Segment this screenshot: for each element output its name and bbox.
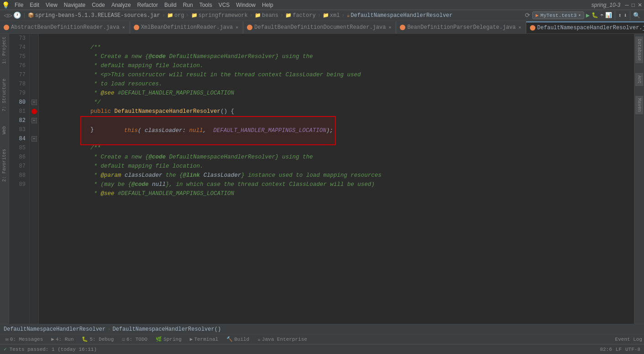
code-lines: /** * Create a new {@code DefaultNamespa…	[39, 34, 634, 324]
ln-87: 87	[11, 162, 26, 171]
fold-82-icon[interactable]: −	[31, 118, 37, 123]
run-label: 4: Run	[56, 337, 74, 342]
menu-file[interactable]: File	[12, 1, 26, 9]
menu-code[interactable]: Code	[89, 1, 108, 9]
todo-icon: ☑	[122, 336, 125, 342]
tab-label5: DefaultNamespaceHandlerResolver.java	[537, 25, 644, 31]
bottom-tab-spring[interactable]: 🌿 Spring	[152, 334, 185, 344]
sidebar-tab-web[interactable]: Web	[1, 123, 8, 137]
event-log-button[interactable]: Event Log	[615, 337, 642, 342]
gutter-79	[30, 89, 38, 98]
gutter-83	[30, 125, 38, 134]
bottom-tab-todo[interactable]: ☑ 6: TODO	[118, 334, 151, 344]
app-icon: 💡	[2, 1, 9, 9]
code-editor[interactable]: 73 74 75 76 77 78 79 80 81 82 83 84 85 8…	[9, 34, 634, 324]
pkg-icon2: 📁	[191, 12, 198, 18]
fold-80-icon[interactable]: −	[31, 100, 37, 105]
code-line-74: * Create a new {@code DefaultNamespaceHa…	[42, 43, 634, 52]
window-minimize[interactable]: ─	[625, 2, 629, 8]
ln-74: 74	[11, 43, 26, 52]
forward-icon[interactable]: ▷	[8, 11, 12, 19]
profile-button[interactable]: 📊	[605, 12, 612, 19]
tab-close-icon[interactable]: ✕	[121, 25, 126, 30]
menu-edit[interactable]: Edit	[27, 1, 42, 9]
line-ending: LF	[616, 347, 622, 352]
tab-default-bean-doc[interactable]: DefaultBeanDefinitionDocumentReader.java…	[243, 21, 396, 33]
tab-abstract-bean[interactable]: AbstractBeanDefinitionReader.java ✕	[0, 21, 130, 33]
code-line-88: * (may be {@code null}, in which case th…	[42, 171, 634, 180]
status-right: 82:6 LF UTF-8	[600, 347, 640, 352]
tab-close-icon2[interactable]: ✕	[235, 25, 239, 30]
java-enterprise-icon: ☕	[257, 336, 261, 342]
bottom-tab-java-enterprise[interactable]: ☕ Java Enterprise	[254, 334, 311, 344]
gutter-76	[30, 61, 38, 70]
recent-files-icon[interactable]: 🕐	[13, 11, 21, 19]
pkg-icon: 📁	[167, 12, 173, 18]
ln-77: 77	[11, 70, 26, 79]
code-line-80: public DefaultNamespaceHandlerResolver()…	[42, 98, 634, 107]
sidebar-tab-favorites[interactable]: 2: Favorites	[1, 146, 8, 185]
bottom-tab-build[interactable]: 🔨 Build	[223, 334, 253, 344]
menu-run[interactable]: Run	[180, 1, 196, 9]
jar-icon: 📦	[28, 12, 34, 18]
menu-help[interactable]: Help	[259, 1, 276, 9]
build-icon: 🔨	[226, 336, 233, 342]
menu-vcs[interactable]: VCS	[216, 1, 233, 9]
toolbar-right: ⟳ ▶ MyTest.test3 ▾ ▶ 🐛 ☂ 📊 ⬆ ⬇ 🔍	[525, 11, 640, 20]
menu-build[interactable]: Build	[162, 1, 179, 9]
search-everywhere-button[interactable]: 🔍	[633, 12, 640, 19]
gutter-89	[30, 180, 38, 189]
debug-button[interactable]: 🐛	[592, 12, 598, 19]
sidebar-tab-structure[interactable]: 7: Structure	[1, 76, 8, 114]
gutter-81	[30, 107, 38, 116]
right-panel-maven[interactable]: Maven	[635, 96, 643, 114]
menu-window[interactable]: Window	[233, 1, 258, 9]
menu-analyze[interactable]: Analyze	[109, 1, 134, 9]
tab-label2: XmlBeanDefinitionReader.java	[141, 24, 233, 31]
sync-icon[interactable]: ⟳	[525, 11, 530, 19]
editor-tab-bar: AbstractBeanDefinitionReader.java ✕ XmlB…	[0, 21, 644, 34]
window-close[interactable]: ✕	[638, 2, 642, 8]
run-button[interactable]: ▶	[586, 11, 590, 19]
coverage-button[interactable]: ☂	[600, 12, 603, 19]
vcs-button[interactable]: ⬆	[618, 12, 622, 19]
bottom-tab-debug[interactable]: 🐛 5: Debug	[78, 334, 117, 344]
menu-navigate[interactable]: Navigate	[61, 1, 88, 9]
code-line-82: }	[42, 116, 634, 125]
window-maximize[interactable]: □	[632, 2, 635, 8]
gutter-80: −	[30, 98, 38, 107]
gutter-73	[30, 34, 38, 43]
todo-label: 6: TODO	[126, 337, 147, 342]
bottom-tab-terminal[interactable]: ▶ Terminal	[186, 334, 222, 344]
sidebar-tab-project[interactable]: 1: Project	[1, 34, 8, 67]
ln-76: 76	[11, 61, 26, 70]
right-panel-database[interactable]: Database	[635, 37, 643, 63]
gutter-74	[30, 43, 38, 52]
update-button[interactable]: ⬇	[623, 12, 627, 19]
breadcrumb-classname: DefaultNamespaceHandlerResolver	[351, 12, 452, 19]
ln-82: 82	[11, 116, 26, 125]
tab-close-icon3[interactable]: ✕	[387, 25, 392, 30]
breadcrumb-org: org	[174, 12, 184, 19]
breakpoint-81-icon[interactable]	[31, 109, 37, 114]
bottom-tab-messages[interactable]: ✉ 0: Messages	[2, 334, 47, 344]
tab-bean-parser[interactable]: BeanDefinitionParserDelegate.java ✕	[396, 21, 526, 33]
menu-tools[interactable]: Tools	[197, 1, 215, 9]
gutter-86	[30, 153, 38, 162]
toolbar-breadcrumb: ◁ ▷ 🕐 | 📦 spring-beans-5.1.3.RELEASE-sou…	[0, 10, 644, 21]
run-config-dropdown[interactable]: ▾	[578, 13, 581, 18]
tab-close-icon4[interactable]: ✕	[518, 25, 522, 30]
tab-default-ns-resolver[interactable]: DefaultNamespaceHandlerResolver.java ✕	[526, 21, 644, 33]
bottom-tab-run[interactable]: ▶ 4: Run	[47, 334, 77, 344]
code-line-73: /**	[42, 34, 634, 43]
fold-84-icon[interactable]: −	[31, 136, 37, 142]
back-icon[interactable]: ◁	[4, 11, 7, 19]
right-panel-ant[interactable]: Ant	[635, 73, 643, 86]
breadcrumb-xml: xml	[330, 12, 340, 19]
menu-refactor[interactable]: Refactor	[135, 1, 161, 9]
tab-java-icon	[4, 25, 9, 30]
tab-xml-bean[interactable]: XmlBeanDefinitionReader.java ✕	[130, 21, 244, 33]
cursor-position: 82:6	[600, 347, 612, 352]
run-config[interactable]: ▶ MyTest.test3 ▾	[532, 11, 584, 19]
menu-view[interactable]: View	[43, 1, 60, 9]
